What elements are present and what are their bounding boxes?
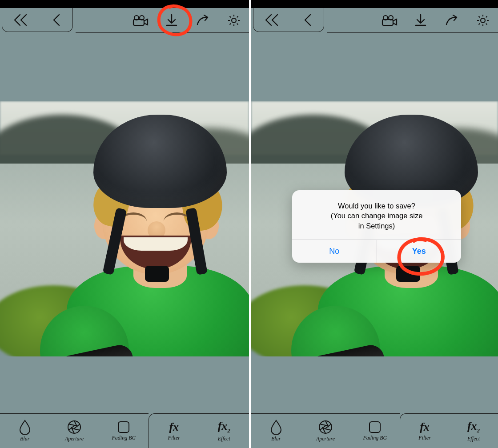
fx-icon: fx: [169, 420, 179, 434]
tool-filter[interactable]: fx Filter: [400, 414, 449, 448]
tool-fading-bg[interactable]: Fading BG: [350, 414, 400, 448]
svg-rect-2: [133, 20, 144, 25]
tool-label: Filter: [168, 435, 180, 441]
tool-label: Effect: [467, 436, 480, 442]
tool-label: Filter: [418, 435, 430, 441]
settings-button[interactable]: [474, 12, 492, 29]
dialog-no-button[interactable]: No: [292, 240, 377, 263]
square-icon: [368, 420, 382, 434]
svg-point-13: [481, 18, 485, 23]
tool-blur[interactable]: Blur: [0, 414, 49, 448]
video-button[interactable]: [132, 12, 149, 29]
back-button[interactable]: [51, 13, 62, 27]
download-button[interactable]: [412, 12, 430, 29]
tool-label: Blur: [20, 436, 29, 442]
fx-icon: fx: [420, 420, 430, 434]
drop-icon: [270, 420, 282, 435]
svg-rect-10: [382, 20, 393, 25]
screenshot-right: Would you like to save? (You can change …: [249, 0, 498, 448]
dialog-line2: (You can change image size: [302, 211, 451, 220]
svg-point-6: [68, 421, 80, 433]
top-toolbar: [251, 8, 498, 34]
video-button[interactable]: [381, 12, 398, 29]
download-button[interactable]: [163, 12, 181, 29]
back-button-group: [2, 8, 73, 32]
top-toolbar: [0, 8, 249, 34]
tool-aperture[interactable]: Aperture: [301, 414, 350, 448]
svg-rect-7: [118, 422, 129, 432]
photo-canvas[interactable]: [0, 101, 249, 356]
svg-point-14: [319, 421, 332, 433]
square-icon: [117, 420, 130, 434]
tool-filter[interactable]: fx Filter: [149, 414, 199, 448]
dialog-line3: in Settings): [302, 221, 451, 231]
status-bar: [251, 0, 498, 8]
share-button[interactable]: [443, 12, 461, 29]
dialog-line1: Would you like to save?: [302, 201, 451, 211]
settings-button[interactable]: [225, 12, 243, 29]
aperture-icon: [318, 420, 333, 435]
tool-blur[interactable]: Blur: [251, 414, 301, 448]
back-button[interactable]: [302, 13, 313, 27]
fx2-icon: fx2: [467, 420, 480, 434]
tool-effect[interactable]: fx2 Effect: [449, 414, 498, 448]
top-toolbar-right: [76, 8, 249, 33]
drop-icon: [19, 420, 31, 435]
tool-fading-bg[interactable]: Fading BG: [99, 414, 149, 448]
back-all-button[interactable]: [264, 13, 281, 27]
screenshot-left: Blur Aperture Fading BG fx: [0, 0, 249, 448]
bottom-toolbar: Blur Aperture Fading BG fx: [251, 413, 498, 448]
tool-label: Fading BG: [363, 435, 387, 441]
fx2-icon: fx2: [218, 420, 230, 434]
bottom-toolbar: Blur Aperture Fading BG fx: [0, 413, 249, 448]
save-dialog: Would you like to save? (You can change …: [292, 190, 461, 263]
tool-label: Blur: [271, 436, 281, 442]
back-button-group: [253, 8, 324, 32]
tool-label: Aperture: [65, 436, 84, 442]
dialog-yes-button[interactable]: Yes: [377, 240, 462, 263]
share-button[interactable]: [194, 12, 212, 29]
tool-effect[interactable]: fx2 Effect: [199, 414, 249, 448]
svg-point-5: [232, 18, 236, 23]
status-bar: [0, 0, 249, 8]
tool-label: Aperture: [316, 436, 335, 442]
back-all-button[interactable]: [13, 13, 30, 27]
svg-rect-15: [369, 422, 380, 432]
tool-label: Fading BG: [112, 435, 136, 441]
dialog-message: Would you like to save? (You can change …: [292, 190, 461, 240]
top-toolbar-right: [327, 8, 498, 33]
tool-aperture[interactable]: Aperture: [49, 414, 99, 448]
dialog-buttons: No Yes: [292, 240, 461, 263]
aperture-icon: [67, 420, 82, 435]
tool-label: Effect: [218, 436, 230, 442]
